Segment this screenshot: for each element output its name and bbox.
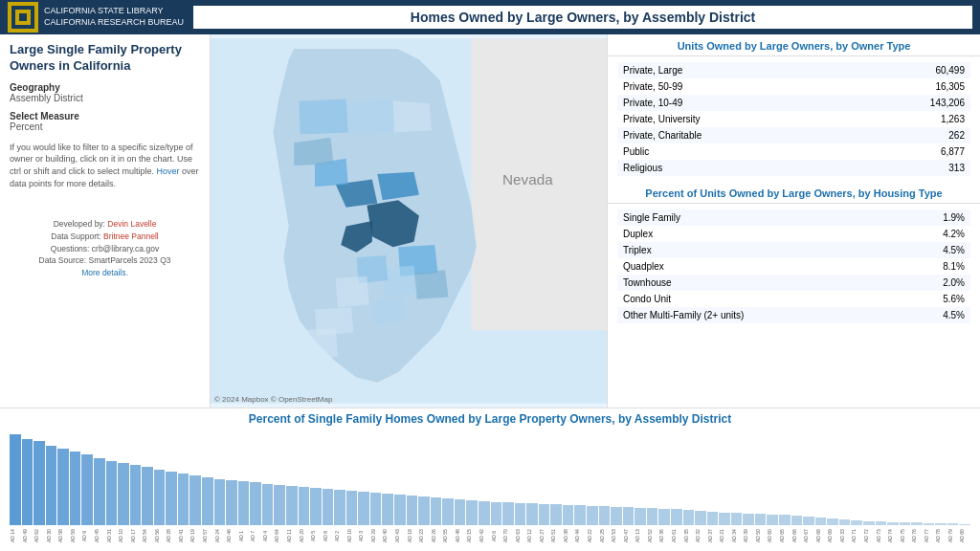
- bar[interactable]: [202, 477, 213, 525]
- bar-label: AD 40: [382, 527, 393, 544]
- bar[interactable]: [214, 479, 226, 525]
- bar[interactable]: [466, 500, 478, 525]
- row-value: 16,305: [851, 78, 970, 95]
- bar[interactable]: [394, 495, 406, 525]
- bar[interactable]: [166, 472, 177, 525]
- units-table-section: Private, Large60,499Private, 50-9916,305…: [608, 56, 980, 182]
- bar[interactable]: [22, 439, 33, 525]
- bar[interactable]: [935, 523, 947, 525]
- bar[interactable]: [719, 513, 730, 525]
- bar[interactable]: [671, 509, 682, 525]
- bar[interactable]: [767, 515, 778, 525]
- bar[interactable]: [563, 505, 574, 525]
- bar[interactable]: [695, 511, 706, 525]
- bar[interactable]: [863, 521, 875, 525]
- bar[interactable]: [154, 470, 166, 525]
- bar[interactable]: [900, 522, 911, 525]
- bar[interactable]: [815, 518, 827, 525]
- bar[interactable]: [539, 504, 550, 525]
- bar[interactable]: [791, 516, 803, 525]
- bar[interactable]: [491, 502, 502, 525]
- bar[interactable]: [455, 499, 466, 525]
- bar[interactable]: [647, 508, 658, 525]
- bar[interactable]: [286, 486, 298, 525]
- table-row: Duplex4.2%: [617, 226, 970, 242]
- bar[interactable]: [803, 517, 814, 525]
- bar[interactable]: [550, 504, 562, 525]
- bar[interactable]: [876, 521, 887, 525]
- bar[interactable]: [515, 503, 526, 525]
- more-details-link[interactable]: More details.: [81, 268, 128, 277]
- bar-label: AD 31: [106, 527, 118, 544]
- bar[interactable]: [587, 506, 598, 525]
- bar[interactable]: [299, 487, 310, 525]
- bottom-section: Percent of Single Family Homes Owned by …: [0, 408, 980, 551]
- measure-value: Percent: [10, 121, 200, 132]
- bar[interactable]: [310, 488, 322, 525]
- bar[interactable]: [658, 509, 670, 525]
- bar[interactable]: [334, 490, 345, 525]
- bar[interactable]: [57, 449, 69, 525]
- bar[interactable]: [887, 522, 899, 525]
- bar[interactable]: [33, 441, 45, 525]
- bar[interactable]: [94, 458, 105, 525]
- bar[interactable]: [827, 518, 838, 525]
- bar[interactable]: [346, 491, 358, 525]
- bar[interactable]: [599, 506, 611, 525]
- bar[interactable]: [574, 505, 586, 525]
- bar[interactable]: [189, 475, 201, 525]
- bar[interactable]: [130, 465, 142, 525]
- questions-text: Questions: crb@library.ca.gov: [51, 244, 159, 253]
- header-title: Homes Owned by Large Owners, by Assembly…: [193, 6, 972, 29]
- bar[interactable]: [431, 497, 442, 525]
- bar[interactable]: [418, 496, 430, 525]
- bottom-chart-title: Percent of Single Family Homes Owned by …: [10, 412, 970, 426]
- bar[interactable]: [924, 523, 935, 525]
- bar[interactable]: [911, 522, 923, 525]
- hover-link[interactable]: Hover: [157, 166, 180, 176]
- bar-label: AD 19: [189, 527, 201, 544]
- bar-label: AD 61: [671, 527, 682, 544]
- bar[interactable]: [323, 489, 334, 525]
- bar[interactable]: [226, 480, 237, 525]
- bar[interactable]: [947, 523, 959, 525]
- bar[interactable]: [46, 446, 57, 525]
- bar[interactable]: [623, 507, 635, 525]
- bar-label: AD 13: [635, 527, 646, 544]
- bar-label: AD 73: [876, 527, 887, 544]
- bar[interactable]: [442, 498, 454, 525]
- bar[interactable]: [731, 513, 743, 525]
- bar-label: AD 66: [791, 527, 803, 544]
- bar[interactable]: [707, 512, 719, 525]
- dev-link[interactable]: Devin Lavelle: [107, 219, 156, 229]
- bar[interactable]: [407, 496, 418, 525]
- bar[interactable]: [635, 508, 646, 525]
- bar[interactable]: [274, 485, 285, 525]
- bar[interactable]: [526, 503, 538, 525]
- bar[interactable]: [370, 493, 382, 525]
- bar[interactable]: [755, 514, 767, 525]
- bar[interactable]: [10, 434, 21, 525]
- bar[interactable]: [81, 454, 93, 525]
- bar[interactable]: [743, 514, 754, 525]
- bar[interactable]: [502, 502, 514, 525]
- bar-label: AD 15: [466, 527, 478, 544]
- bar[interactable]: [178, 474, 189, 525]
- bar[interactable]: [839, 519, 851, 525]
- bar[interactable]: [851, 520, 862, 525]
- bar[interactable]: [70, 452, 81, 525]
- bar[interactable]: [250, 482, 261, 525]
- bar[interactable]: [118, 463, 129, 525]
- bar[interactable]: [959, 524, 970, 525]
- bar[interactable]: [779, 515, 791, 525]
- bar[interactable]: [262, 484, 274, 525]
- support-link[interactable]: Britnee Pannell: [103, 231, 159, 241]
- bar[interactable]: [611, 507, 622, 525]
- bar[interactable]: [479, 501, 490, 525]
- bar[interactable]: [106, 461, 118, 525]
- bar[interactable]: [238, 481, 250, 525]
- bar[interactable]: [142, 467, 153, 525]
- bar[interactable]: [358, 492, 369, 525]
- bar[interactable]: [382, 494, 393, 525]
- bar[interactable]: [683, 510, 695, 525]
